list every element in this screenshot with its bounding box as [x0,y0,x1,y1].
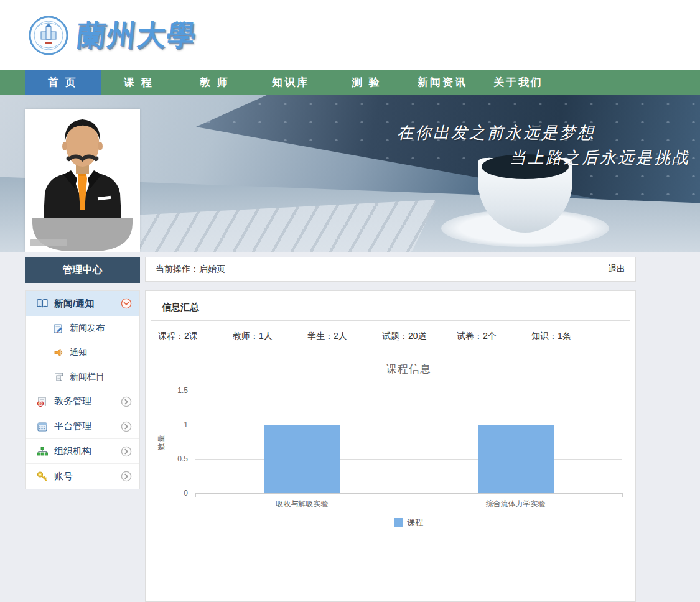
nav-item-courses[interactable]: 课 程 [101,70,177,95]
operation-topbar: 当前操作：启始页 退出 [145,257,636,282]
slogan-line-1: 在你出发之前永远是梦想 [397,120,595,145]
chart-title: 课程信息 [195,362,622,376]
university-name: 蘭州大學 [75,16,199,55]
nav-item-news[interactable]: 新闻资讯 [404,70,480,95]
sidebar-item-label: 新闻发布 [70,323,132,334]
nav-item-about[interactable]: 关于我们 [480,70,556,95]
sidebar-subitem-news-column[interactable]: 新闻栏目 [26,364,139,389]
stat-students: 学生：2人 [307,331,382,342]
content-area: 管理中心 新闻/通知 [0,252,700,602]
bar [478,425,554,493]
user-avatar-card [25,109,140,252]
main-column: 当前操作：启始页 退出 信息汇总 课程：2课 教师：1人 学生：2人 试题：20… [145,257,636,602]
stat-papers: 试卷：2个 [457,331,531,342]
chevron-down-circle-icon [121,298,132,309]
slogan-line-2: 当上路之后永远是挑战 [397,145,690,170]
sidebar-item-label: 组织机构 [54,445,121,457]
sidebar-item-account[interactable]: 账号 [26,464,139,489]
news-notice-submenu: 新闻发布 通知 新闻栏目 [26,316,139,389]
stat-teachers: 教师：1人 [233,331,307,342]
sidebar-item-platform-admin[interactable]: 平台管理 [26,414,139,439]
main-nav: 首 页 课 程 教 师 知识库 测 验 新闻资讯 关于我们 [0,70,700,95]
key-icon [36,470,49,483]
sidebar-subitem-news-publish[interactable]: 新闻发布 [26,316,139,340]
legend-label: 课程 [407,517,423,528]
summary-title: 信息汇总 [151,291,630,321]
sidebar-item-organization[interactable]: 组织机构 [26,439,139,464]
sidebar-item-label: 账号 [54,471,121,483]
sidebar-item-label: 通知 [70,347,132,358]
stat-questions: 试题：20道 [382,331,457,342]
nav-item-tests[interactable]: 测 验 [329,70,404,95]
gridline [195,459,622,460]
x-tick [195,493,196,497]
current-operation-text: 当前操作：启始页 [156,264,225,275]
summary-stats-row: 课程：2课 教师：1人 学生：2人 试题：20道 试卷：2个 知识：1条 [146,321,635,346]
y-tick-label: 1.5 [159,386,188,395]
grade-sheet-icon: 100 [36,396,49,408]
horn-icon [53,347,64,358]
news-edit-icon [53,323,64,334]
legend-swatch [394,518,403,527]
stat-knowledge: 知识：1条 [531,331,606,342]
user-avatar [25,109,140,252]
chart-plot: 数量 00.511.5吸收与解吸实验综合流体力学实验 [195,391,622,494]
gridline [195,391,622,391]
chevron-right-circle-icon [121,396,132,407]
sidebar-title: 管理中心 [25,257,140,283]
y-tick-label: 0 [159,489,188,498]
y-tick-label: 0.5 [159,455,188,463]
scroll-icon [53,371,64,382]
sidebar-item-label: 新闻栏目 [70,371,132,382]
x-axis-label: 吸收与解吸实验 [276,499,329,509]
summary-panel: 信息汇总 课程：2课 教师：1人 学生：2人 试题：20道 试卷：2个 知识：1… [145,290,636,602]
site-header: 蘭州大學 [0,0,700,70]
sidebar-item-label: 平台管理 [54,420,121,432]
x-tick [409,493,409,497]
banner-image: 在你出发之前永远是梦想 当上路之后永远是挑战 [0,95,700,252]
nav-item-knowledge-base[interactable]: 知识库 [253,70,329,95]
nav-item-teachers[interactable]: 教 师 [177,70,253,95]
sidebar-item-label: 新闻/通知 [54,298,121,310]
university-seal-icon [29,16,68,55]
sidebar-subitem-notice[interactable]: 通知 [26,340,139,364]
bar [264,425,340,493]
stat-courses: 课程：2课 [158,331,233,342]
sidebar-menu: 新闻/通知 新闻发布 [25,290,140,489]
y-axis-title: 数量 [156,434,167,450]
gridline [195,425,622,425]
chart-legend: 课程 [195,517,622,547]
nav-item-home[interactable]: 首 页 [25,70,101,95]
open-book-icon [36,297,49,310]
image-watermark [30,239,67,246]
chevron-right-circle-icon [121,421,132,432]
chevron-right-circle-icon [121,471,132,482]
banner-slogan: 在你出发之前永远是梦想 当上路之后永远是挑战 [397,120,690,170]
x-tick [622,493,623,497]
sidebar-item-academic-admin[interactable]: 100 教务管理 [26,389,139,414]
sidebar-item-news-notice[interactable]: 新闻/通知 [26,291,139,316]
org-chart-icon [36,445,49,458]
y-tick-label: 1 [159,420,188,429]
course-chart: 课程信息 数量 00.511.5吸收与解吸实验综合流体力学实验 课程 [195,362,622,547]
sidebar-item-label: 教务管理 [54,396,121,407]
logout-button[interactable]: 退出 [608,264,625,275]
svg-text:100: 100 [38,402,44,405]
calendar-icon [36,420,49,433]
x-axis-label: 综合流体力学实验 [486,499,546,509]
chevron-right-circle-icon [121,446,132,457]
sidebar: 管理中心 新闻/通知 [25,257,140,489]
